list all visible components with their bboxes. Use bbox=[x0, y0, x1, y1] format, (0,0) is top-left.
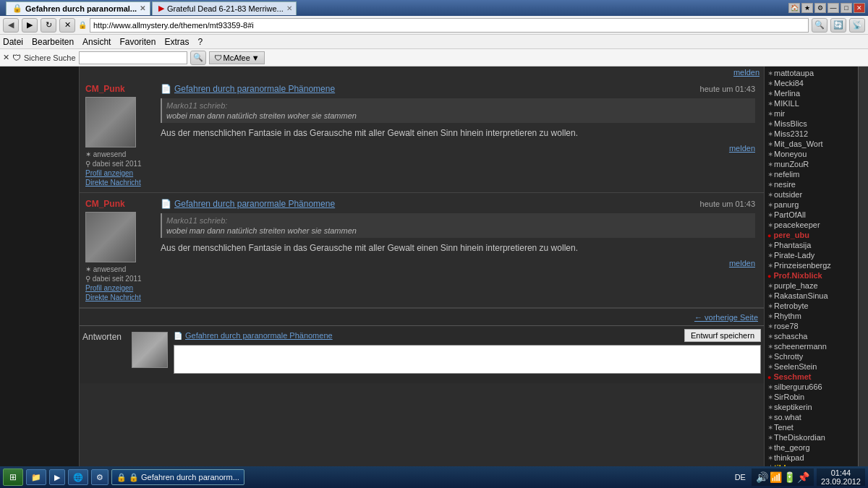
sidebar-user[interactable]: ✶nesire bbox=[766, 179, 856, 189]
sidebar-user[interactable]: ✶Mecki84 bbox=[766, 78, 856, 88]
sidebar-user[interactable]: ✶SeelenStein bbox=[766, 361, 856, 372]
tab1-icon: 🔒 bbox=[12, 4, 22, 13]
sidebar-user[interactable]: ✶Phantasija bbox=[766, 240, 856, 250]
network-icon[interactable]: 📶 bbox=[770, 471, 782, 483]
forward-btn[interactable]: ▶ bbox=[22, 18, 38, 33]
post-2-melden[interactable]: melden bbox=[161, 259, 755, 267]
sidebar-user[interactable]: ✶mir bbox=[766, 108, 856, 119]
sidebar-user[interactable]: ✶purple_haze bbox=[766, 281, 856, 291]
menu-bearbeiten[interactable]: Bearbeiten bbox=[32, 37, 74, 47]
tab1-close[interactable]: ✕ bbox=[140, 4, 145, 12]
prev-page-link[interactable]: ← vorherige Seite bbox=[694, 313, 758, 322]
sidebar-user[interactable]: ✶Merlina bbox=[766, 88, 856, 98]
sidebar-user[interactable]: ✶nefelim bbox=[766, 169, 856, 179]
sidebar-user[interactable]: ✶SirRobin bbox=[766, 392, 856, 402]
post-1-body: Aus der menschlichen Fantasie in das Ger… bbox=[161, 127, 755, 140]
sidebar-user[interactable]: ● Seschmet bbox=[766, 372, 856, 382]
post-2-title[interactable]: Gefahren durch paranormale Phänomene bbox=[174, 199, 335, 209]
search-btn[interactable]: 🔍 bbox=[812, 18, 827, 33]
menu-extras[interactable]: Extras bbox=[164, 37, 189, 47]
sidebar-user[interactable]: ✶Retrobyte bbox=[766, 301, 856, 311]
sidebar-user[interactable]: ✶Schrotty bbox=[766, 351, 856, 361]
home-icon[interactable]: 🏠 bbox=[788, 3, 800, 13]
draft-save-btn[interactable]: Entwurf speichern bbox=[684, 329, 761, 342]
reply-title-row: 📄 Gefahren durch paranormale Phänomene E… bbox=[174, 329, 761, 342]
sidebar-user[interactable]: ✶outsider bbox=[766, 189, 856, 200]
sidebar-user[interactable]: ✶silberguru666 bbox=[766, 382, 856, 392]
sidebar-user[interactable]: ✶mattotaupa bbox=[766, 68, 856, 78]
tab-2[interactable]: ▶ Grateful Dead 6-21-83 Merriwe... ✕ bbox=[152, 1, 297, 15]
sidebar-user[interactable]: ✶so.what bbox=[766, 412, 856, 422]
minimize-btn[interactable]: — bbox=[827, 3, 839, 13]
taskbar-chrome-btn[interactable]: ⚙ bbox=[91, 469, 109, 485]
post-1-melden[interactable]: melden bbox=[161, 144, 755, 153]
sidebar-user[interactable]: ✶peacekeeper bbox=[766, 220, 856, 230]
lock-icon: 🔒 bbox=[78, 21, 87, 29]
reply-title[interactable]: Gefahren durch paranormale Phänomene bbox=[185, 331, 333, 340]
sidebar-user[interactable]: ● pere_ubu bbox=[766, 230, 856, 240]
search-close-btn[interactable]: ✕ bbox=[3, 53, 9, 62]
post-1-profile-link[interactable]: Profil anzeigen bbox=[85, 169, 152, 177]
sidebar-user[interactable]: ✶Tenet bbox=[766, 422, 856, 432]
sidebar-user[interactable]: ✶Miss2312 bbox=[766, 129, 856, 139]
speaker-icon[interactable]: 🔊 bbox=[756, 471, 768, 483]
post-1-message-link[interactable]: Direkte Nachricht bbox=[85, 179, 152, 187]
sidebar-user[interactable]: ✶MissBlics bbox=[766, 119, 856, 129]
post-1-content: 📄 Gefahren durch paranormale Phänomene h… bbox=[155, 81, 761, 189]
sidebar-user[interactable]: ✶Pirate-Lady bbox=[766, 250, 856, 260]
notification-icon[interactable]: 📌 bbox=[797, 471, 809, 483]
close-btn[interactable]: ✕ bbox=[854, 3, 865, 13]
sidebar-user[interactable]: ✶rose78 bbox=[766, 321, 856, 331]
menu-datei[interactable]: Datei bbox=[3, 37, 23, 47]
sidebar-user[interactable]: ✶schascha bbox=[766, 331, 856, 341]
menu-favoriten[interactable]: Favoriten bbox=[119, 37, 156, 47]
taskbar-folder-btn[interactable]: 📁 bbox=[26, 469, 46, 485]
maximize-btn[interactable]: □ bbox=[841, 3, 852, 13]
scrollbar[interactable] bbox=[858, 67, 868, 466]
star-icon[interactable]: ★ bbox=[801, 3, 813, 13]
sidebar-user[interactable]: ✶thinkpad bbox=[766, 453, 856, 463]
post-2-quote-author: Marko11 schrieb: bbox=[166, 216, 751, 225]
melden-top-link[interactable]: melden bbox=[80, 67, 764, 78]
sidebar-user[interactable]: ✶TheDiskordian bbox=[766, 432, 856, 442]
sidebar-user[interactable]: ✶RakastanSinua bbox=[766, 291, 856, 301]
sidebar-user[interactable]: ✶Mit_das_Wort bbox=[766, 139, 856, 149]
refresh-btn[interactable]: ↻ bbox=[41, 18, 56, 33]
sidebar-user[interactable]: ✶Prinzeisenbergz bbox=[766, 260, 856, 270]
tab2-close[interactable]: ✕ bbox=[286, 4, 292, 12]
post-2-message-link[interactable]: Direkte Nachricht bbox=[85, 294, 152, 301]
sidebar-user[interactable]: ✶Moneyou bbox=[766, 149, 856, 159]
sidebar-user[interactable]: ✶scheenermann bbox=[766, 341, 856, 351]
reply-textarea[interactable] bbox=[174, 345, 761, 374]
post-2-profile-link[interactable]: Profil anzeigen bbox=[85, 284, 152, 292]
taskbar-ie-btn[interactable]: 🌐 bbox=[68, 469, 88, 485]
sidebar-user[interactable]: ✶skeptikerin bbox=[766, 402, 856, 412]
tab-1[interactable]: 🔒 Gefahren durch paranormal... ✕ bbox=[6, 1, 150, 15]
taskbar-media-btn[interactable]: ▶ bbox=[49, 469, 65, 485]
rss-btn[interactable]: 📡 bbox=[849, 18, 865, 33]
menu-ansicht[interactable]: Ansicht bbox=[82, 37, 111, 47]
sidebar-user[interactable]: ✶PartOfAll bbox=[766, 210, 856, 220]
menu-help[interactable]: ? bbox=[197, 37, 203, 47]
post-1-title[interactable]: Gefahren durch paranormale Phänomene bbox=[174, 84, 335, 94]
address-input[interactable] bbox=[90, 18, 809, 33]
shield-icon: 🛡 bbox=[12, 53, 21, 63]
sidebar-user[interactable]: ✶munZouR bbox=[766, 159, 856, 169]
reload-btn[interactable]: 🔄 bbox=[830, 18, 846, 33]
post-1-quote-text: wobei man dann natürlich streiten woher … bbox=[166, 111, 751, 120]
search-go-btn[interactable]: 🔍 bbox=[190, 51, 206, 65]
taskbar-right: DE 🔊 📶 🔋 📌 01:44 23.09.2012 bbox=[732, 468, 865, 486]
start-btn[interactable]: ⊞ bbox=[3, 468, 23, 486]
search-input[interactable] bbox=[79, 51, 187, 64]
taskbar-active-window[interactable]: 🔒 🔒 Gefahren durch paranorm... bbox=[111, 469, 244, 485]
sidebar-user[interactable]: ✶Rhythm bbox=[766, 311, 856, 321]
sidebar-user[interactable]: ✶panurg bbox=[766, 200, 856, 210]
sidebar-user[interactable]: ✶the_georg bbox=[766, 442, 856, 453]
sidebar-user[interactable]: ✶MIKILL bbox=[766, 98, 856, 108]
main-container: melden CM_Punk ✶ anwesend ⚲ dabei seit 2… bbox=[0, 67, 868, 466]
stop-btn[interactable]: ✕ bbox=[59, 18, 75, 33]
mcafee-btn[interactable]: 🛡 McAfee ▼ bbox=[209, 51, 265, 64]
sidebar-user[interactable]: ● Prof.Nixblick bbox=[766, 270, 856, 281]
back-btn[interactable]: ◀ bbox=[3, 18, 19, 33]
settings-icon[interactable]: ⚙ bbox=[814, 3, 826, 13]
